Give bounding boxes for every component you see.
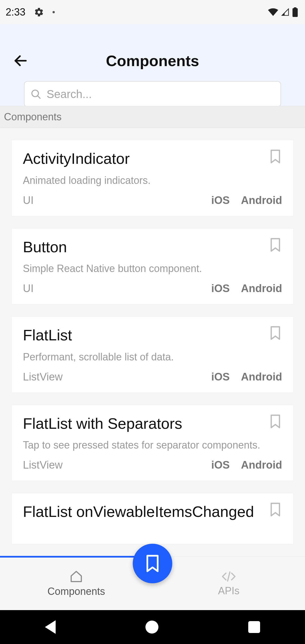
- item-description: Simple React Native button component.: [23, 263, 282, 275]
- search-icon: [30, 88, 42, 100]
- back-button[interactable]: [11, 51, 30, 71]
- platform-badge: Android: [241, 459, 282, 471]
- item-category: UI: [23, 282, 200, 295]
- tab-components[interactable]: Components: [0, 557, 152, 610]
- bookmark-button[interactable]: [267, 148, 284, 165]
- bookmark-button[interactable]: [267, 413, 284, 430]
- nav-back-button[interactable]: [45, 620, 56, 634]
- battery-icon: [292, 7, 298, 17]
- platform-badge: iOS: [211, 194, 230, 206]
- platform-badge: Android: [241, 371, 282, 383]
- app-header: Components: [0, 24, 305, 106]
- tab-label: APIs: [218, 585, 239, 597]
- bookmark-button[interactable]: [267, 236, 284, 253]
- item-category: ListView: [23, 371, 200, 383]
- nav-home-button[interactable]: [145, 621, 158, 634]
- item-category: ListView: [23, 459, 200, 471]
- list-item[interactable]: Button Simple React Native button compon…: [11, 228, 294, 305]
- list-item[interactable]: ActivityIndicator Animated loading indic…: [11, 140, 294, 216]
- item-category: UI: [23, 194, 200, 206]
- code-icon: [221, 570, 237, 583]
- item-description: Animated loading indicators.: [23, 175, 282, 186]
- notification-dot-icon: [53, 11, 55, 13]
- bookmarks-fab[interactable]: [133, 544, 172, 583]
- component-list: ActivityIndicator Animated loading indic…: [0, 140, 305, 544]
- square-icon: [248, 621, 260, 633]
- status-time: 2:33: [6, 6, 25, 18]
- svg-rect-1: [294, 7, 296, 9]
- search-box[interactable]: [24, 81, 281, 107]
- svg-line-4: [38, 96, 40, 98]
- item-title: FlatList onViewableItemsChanged: [23, 502, 282, 521]
- section-header: Components: [0, 106, 305, 128]
- bookmark-button[interactable]: [267, 501, 284, 518]
- item-title: FlatList with Separators: [23, 414, 282, 433]
- list-item[interactable]: FlatList onViewableItemsChanged: [11, 493, 294, 544]
- android-nav-bar: [0, 610, 305, 644]
- svg-rect-0: [293, 8, 298, 17]
- cell-signal-icon: [281, 8, 289, 16]
- list-item[interactable]: FlatList with Separators Tap to see pres…: [11, 405, 294, 481]
- item-title: Button: [23, 238, 282, 257]
- svg-line-5: [228, 572, 230, 581]
- wifi-icon: [268, 8, 278, 16]
- page-title: Components: [0, 52, 305, 69]
- triangle-icon: [45, 620, 56, 634]
- platform-badge: iOS: [211, 459, 230, 471]
- list-item[interactable]: FlatList Performant, scrollable list of …: [11, 316, 294, 393]
- bookmark-button[interactable]: [267, 325, 284, 341]
- status-bar: 2:33: [0, 0, 305, 24]
- item-description: Tap to see pressed states for separator …: [23, 439, 282, 451]
- platform-badge: iOS: [211, 282, 230, 295]
- tab-apis[interactable]: APIs: [152, 557, 305, 610]
- platform-badge: Android: [241, 282, 282, 295]
- bookmark-icon: [145, 554, 160, 573]
- home-icon: [69, 570, 83, 583]
- item-title: ActivityIndicator: [23, 149, 282, 168]
- circle-icon: [145, 621, 158, 634]
- nav-recents-button[interactable]: [248, 621, 260, 633]
- item-description: Performant, scrollable list of data.: [23, 351, 282, 363]
- tab-label: Components: [47, 586, 105, 597]
- gear-icon: [34, 7, 44, 17]
- platform-badge: Android: [241, 194, 282, 206]
- platform-badge: iOS: [211, 371, 230, 383]
- item-title: FlatList: [23, 326, 282, 345]
- search-input[interactable]: [47, 88, 275, 101]
